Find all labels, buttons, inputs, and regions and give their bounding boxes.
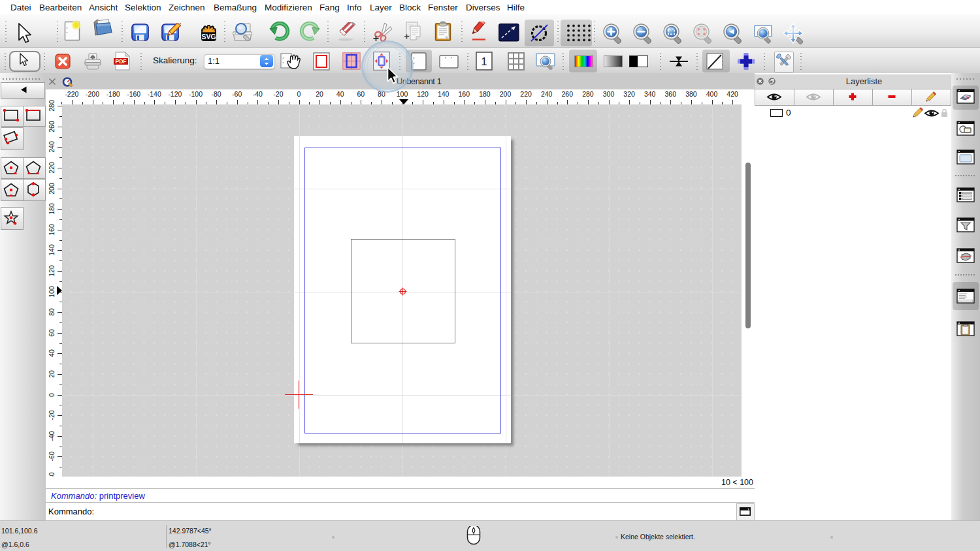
svg-text:1: 1 [481, 55, 487, 68]
svg-text:PDF: PDF [115, 58, 126, 65]
svg-text:SVG: SVG [201, 33, 216, 40]
